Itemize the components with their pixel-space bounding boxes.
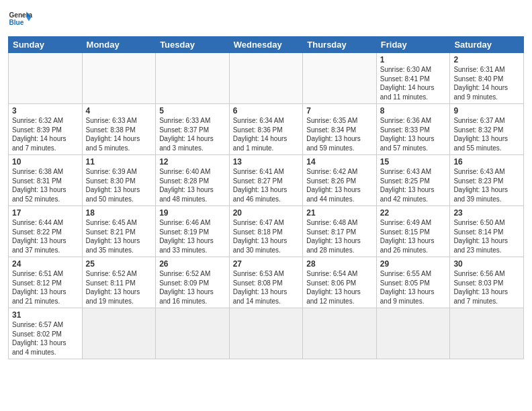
calendar-day xyxy=(229,308,303,359)
day-number: 22 xyxy=(380,208,447,218)
calendar-day: 13Sunrise: 6:41 AM Sunset: 8:27 PM Dayli… xyxy=(229,155,303,206)
day-number: 30 xyxy=(453,259,520,269)
day-number: 10 xyxy=(12,157,79,167)
calendar-day: 9Sunrise: 6:37 AM Sunset: 8:32 PM Daylig… xyxy=(450,104,524,155)
calendar-week-1: 1Sunrise: 6:30 AM Sunset: 8:41 PM Daylig… xyxy=(9,53,524,104)
calendar-day: 10Sunrise: 6:38 AM Sunset: 8:31 PM Dayli… xyxy=(9,155,83,206)
page: General Blue SundayMondayTuesdayWednesda… xyxy=(0,0,532,411)
day-info: Sunrise: 6:43 AM Sunset: 8:25 PM Dayligh… xyxy=(380,167,447,203)
calendar-day: 23Sunrise: 6:50 AM Sunset: 8:14 PM Dayli… xyxy=(450,206,524,257)
calendar-day: 12Sunrise: 6:40 AM Sunset: 8:28 PM Dayli… xyxy=(156,155,230,206)
calendar-day: 4Sunrise: 6:33 AM Sunset: 8:38 PM Daylig… xyxy=(82,104,156,155)
calendar-day xyxy=(450,308,524,359)
calendar-day: 11Sunrise: 6:39 AM Sunset: 8:30 PM Dayli… xyxy=(82,155,156,206)
day-of-week-tuesday: Tuesday xyxy=(156,37,230,53)
day-info: Sunrise: 6:41 AM Sunset: 8:27 PM Dayligh… xyxy=(233,167,300,203)
day-number: 19 xyxy=(159,208,226,218)
calendar-day: 24Sunrise: 6:51 AM Sunset: 8:12 PM Dayli… xyxy=(9,257,83,308)
day-number: 11 xyxy=(86,157,152,167)
day-number: 6 xyxy=(233,106,300,116)
day-number: 15 xyxy=(380,157,447,167)
calendar-day xyxy=(156,53,230,104)
calendar-week-6: 31Sunrise: 6:57 AM Sunset: 8:02 PM Dayli… xyxy=(9,308,524,359)
calendar-day: 16Sunrise: 6:43 AM Sunset: 8:23 PM Dayli… xyxy=(450,155,524,206)
day-info: Sunrise: 6:51 AM Sunset: 8:12 PM Dayligh… xyxy=(12,269,79,306)
calendar-day xyxy=(303,308,377,359)
day-info: Sunrise: 6:44 AM Sunset: 8:22 PM Dayligh… xyxy=(12,218,79,255)
day-of-week-wednesday: Wednesday xyxy=(229,37,303,53)
day-number: 17 xyxy=(12,208,79,218)
calendar-day: 25Sunrise: 6:52 AM Sunset: 8:11 PM Dayli… xyxy=(82,257,156,308)
calendar-day: 3Sunrise: 6:32 AM Sunset: 8:39 PM Daylig… xyxy=(9,104,83,155)
calendar-day: 28Sunrise: 6:54 AM Sunset: 8:06 PM Dayli… xyxy=(303,257,377,308)
calendar-week-3: 10Sunrise: 6:38 AM Sunset: 8:31 PM Dayli… xyxy=(9,155,524,206)
day-number: 8 xyxy=(380,106,447,116)
calendar-day xyxy=(156,308,230,359)
day-info: Sunrise: 6:55 AM Sunset: 8:05 PM Dayligh… xyxy=(380,269,447,306)
day-info: Sunrise: 6:53 AM Sunset: 8:08 PM Dayligh… xyxy=(233,269,300,306)
calendar-day: 8Sunrise: 6:36 AM Sunset: 8:33 PM Daylig… xyxy=(376,104,450,155)
calendar-day xyxy=(82,53,156,104)
calendar-day xyxy=(376,308,450,359)
calendar-day: 18Sunrise: 6:45 AM Sunset: 8:21 PM Dayli… xyxy=(82,206,156,257)
calendar: SundayMondayTuesdayWednesdayThursdayFrid… xyxy=(8,36,524,359)
day-info: Sunrise: 6:38 AM Sunset: 8:31 PM Dayligh… xyxy=(12,167,79,203)
generalblue-logo-icon: General Blue xyxy=(8,7,32,31)
day-number: 28 xyxy=(306,259,373,269)
day-of-week-thursday: Thursday xyxy=(303,37,377,53)
day-number: 20 xyxy=(233,208,300,218)
calendar-day: 14Sunrise: 6:42 AM Sunset: 8:26 PM Dayli… xyxy=(303,155,377,206)
day-info: Sunrise: 6:33 AM Sunset: 8:37 PM Dayligh… xyxy=(159,116,226,152)
day-info: Sunrise: 6:34 AM Sunset: 8:36 PM Dayligh… xyxy=(233,116,300,152)
day-number: 7 xyxy=(306,106,373,116)
calendar-day: 6Sunrise: 6:34 AM Sunset: 8:36 PM Daylig… xyxy=(229,104,303,155)
day-number: 4 xyxy=(86,106,152,116)
day-number: 24 xyxy=(12,259,79,269)
day-number: 12 xyxy=(159,157,226,167)
day-number: 23 xyxy=(453,208,520,218)
day-info: Sunrise: 6:43 AM Sunset: 8:23 PM Dayligh… xyxy=(453,167,520,203)
calendar-day: 26Sunrise: 6:52 AM Sunset: 8:09 PM Dayli… xyxy=(156,257,230,308)
day-number: 14 xyxy=(306,157,373,167)
day-number: 27 xyxy=(233,259,300,269)
day-of-week-sunday: Sunday xyxy=(9,37,83,53)
day-number: 21 xyxy=(306,208,373,218)
day-number: 25 xyxy=(86,259,152,269)
day-info: Sunrise: 6:45 AM Sunset: 8:21 PM Dayligh… xyxy=(86,218,152,255)
calendar-day xyxy=(303,53,377,104)
day-info: Sunrise: 6:49 AM Sunset: 8:15 PM Dayligh… xyxy=(380,218,447,255)
day-number: 16 xyxy=(453,157,520,167)
calendar-day: 30Sunrise: 6:56 AM Sunset: 8:03 PM Dayli… xyxy=(450,257,524,308)
day-number: 3 xyxy=(12,106,79,116)
day-of-week-friday: Friday xyxy=(376,37,450,53)
calendar-header-row: SundayMondayTuesdayWednesdayThursdayFrid… xyxy=(9,37,524,53)
calendar-day: 20Sunrise: 6:47 AM Sunset: 8:18 PM Dayli… xyxy=(229,206,303,257)
day-info: Sunrise: 6:48 AM Sunset: 8:17 PM Dayligh… xyxy=(306,218,373,255)
day-info: Sunrise: 6:32 AM Sunset: 8:39 PM Dayligh… xyxy=(12,116,79,152)
calendar-day: 21Sunrise: 6:48 AM Sunset: 8:17 PM Dayli… xyxy=(303,206,377,257)
day-info: Sunrise: 6:57 AM Sunset: 8:02 PM Dayligh… xyxy=(12,320,79,357)
day-info: Sunrise: 6:46 AM Sunset: 8:19 PM Dayligh… xyxy=(159,218,226,255)
calendar-day xyxy=(9,53,83,104)
day-info: Sunrise: 6:47 AM Sunset: 8:18 PM Dayligh… xyxy=(233,218,300,255)
day-number: 26 xyxy=(159,259,226,269)
header: General Blue xyxy=(8,7,524,31)
calendar-day: 17Sunrise: 6:44 AM Sunset: 8:22 PM Dayli… xyxy=(9,206,83,257)
calendar-day: 7Sunrise: 6:35 AM Sunset: 8:34 PM Daylig… xyxy=(303,104,377,155)
day-info: Sunrise: 6:52 AM Sunset: 8:09 PM Dayligh… xyxy=(159,269,226,306)
day-info: Sunrise: 6:39 AM Sunset: 8:30 PM Dayligh… xyxy=(86,167,152,203)
day-number: 31 xyxy=(12,310,79,320)
day-number: 29 xyxy=(380,259,447,269)
calendar-week-2: 3Sunrise: 6:32 AM Sunset: 8:39 PM Daylig… xyxy=(9,104,524,155)
calendar-day xyxy=(229,53,303,104)
day-number: 1 xyxy=(380,55,447,64)
day-number: 13 xyxy=(233,157,300,167)
day-number: 18 xyxy=(86,208,152,218)
logo: General Blue xyxy=(8,7,32,31)
day-info: Sunrise: 6:42 AM Sunset: 8:26 PM Dayligh… xyxy=(306,167,373,203)
calendar-day: 15Sunrise: 6:43 AM Sunset: 8:25 PM Dayli… xyxy=(376,155,450,206)
day-info: Sunrise: 6:35 AM Sunset: 8:34 PM Dayligh… xyxy=(306,116,373,152)
day-info: Sunrise: 6:56 AM Sunset: 8:03 PM Dayligh… xyxy=(453,269,520,306)
day-info: Sunrise: 6:52 AM Sunset: 8:11 PM Dayligh… xyxy=(86,269,152,306)
calendar-day: 27Sunrise: 6:53 AM Sunset: 8:08 PM Dayli… xyxy=(229,257,303,308)
